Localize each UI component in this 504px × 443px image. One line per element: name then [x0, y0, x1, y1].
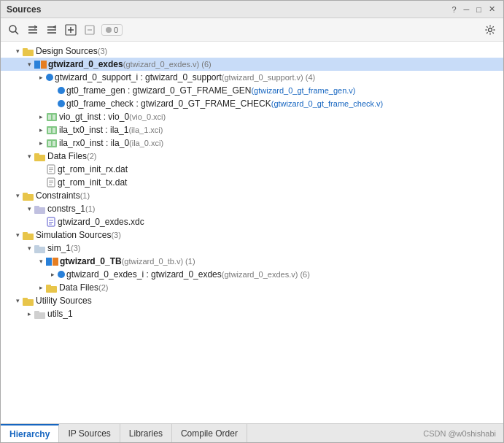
gtwizard-tb-expander[interactable]	[36, 256, 46, 266]
utility-sources-header[interactable]: Utility Sources	[1, 294, 503, 307]
data-files-sim-header[interactable]: Data Files (2)	[1, 281, 503, 294]
gear-button[interactable]	[483, 23, 497, 37]
minimize-button[interactable]: ─	[462, 4, 472, 15]
gt0-frame-gen-label: gt0_frame_gen : gtwizard_0_GT_FRAME_GEN	[66, 85, 251, 96]
gt-rom-init-rx-item[interactable]: gt_rom_init_rx.dat	[1, 163, 503, 176]
gt-rom-init-tx-item[interactable]: gt_rom_init_tx.dat	[1, 176, 503, 189]
constrs-1-expander[interactable]	[24, 204, 34, 214]
gtwizard-exdes-i-item[interactable]: gtwizard_0_exdes_i : gtwizard_0_exdes (g…	[1, 268, 503, 281]
ila-rx0-label: ila_rx0_inst : ila_0	[59, 138, 129, 148]
gtwizard-exdes-extra: (gtwizard_0_exdes.v) (6)	[123, 60, 212, 69]
folder-icon2	[34, 152, 46, 161]
gtwizard-tb-label: gtwizard_0_TB	[60, 256, 122, 266]
svg-rect-21	[53, 128, 55, 133]
utility-sources-expander[interactable]	[12, 296, 23, 306]
svg-rect-23	[48, 141, 51, 146]
blue-dot-icon4	[58, 271, 65, 278]
ip-block-icon2	[46, 126, 58, 135]
maximize-button[interactable]: □	[474, 4, 484, 15]
gt0-frame-check-item[interactable]: gt0_frame_check : gtwizard_0_GT_FRAME_CH…	[1, 97, 503, 110]
data-files-design-count: (2)	[87, 152, 96, 161]
design-sources-expander[interactable]	[12, 46, 23, 56]
gtwizard-exdes-item[interactable]: gtwizard_0_exdes (gtwizard_0_exdes.v) (6…	[1, 58, 503, 71]
data-files-design-expander[interactable]	[24, 151, 34, 161]
utility-sources-label: Utility Sources	[36, 296, 92, 306]
gtwizard-exdes-i-expander[interactable]	[47, 269, 58, 280]
vio-gt-inst-extra: (vio_0.xci)	[129, 112, 166, 121]
design-sources-label: Design Sources	[36, 46, 98, 56]
data-files-sim-count: (2)	[98, 283, 108, 292]
close-button[interactable]: ✕	[486, 4, 497, 15]
tab-ip-sources[interactable]: IP Sources	[59, 424, 120, 442]
tab-compile-order[interactable]: Compile Order	[172, 424, 247, 442]
ila-rx0-extra: (ila_0.xci)	[129, 139, 163, 147]
xdc-file-label: gtwizard_0_exdes.xdc	[58, 217, 144, 227]
gt-rom-init-rx-label: gt_rom_init_rx.dat	[58, 164, 128, 174]
folder-constraints-icon	[23, 191, 34, 201]
ila-tx0-label: ila_tx0_inst : ila_1	[59, 125, 128, 135]
badge-circle-icon	[106, 27, 112, 33]
data-files-sim-expander[interactable]	[36, 282, 46, 293]
title-bar: Sources ? ─ □ ✕	[1, 1, 503, 18]
svg-rect-46	[34, 245, 39, 248]
vio-gt-expander[interactable]	[36, 112, 46, 122]
constrs-1-header[interactable]: constrs_1 (1)	[1, 202, 503, 215]
tab-libraries[interactable]: Libraries	[120, 424, 172, 442]
search-button[interactable]	[7, 23, 21, 37]
ila-rx0-expander[interactable]	[36, 138, 46, 148]
simulation-sources-count: (3)	[111, 231, 120, 239]
data-files-design-label: Data Files	[47, 151, 87, 161]
simulation-sources-expander[interactable]	[12, 230, 23, 240]
constraints-expander[interactable]	[12, 190, 23, 201]
design-sources-header[interactable]: Design Sources (3)	[1, 45, 503, 58]
sim-1-expander[interactable]	[24, 243, 34, 253]
constrs-1-label: constrs_1	[47, 204, 85, 214]
vio-gt-inst-item[interactable]: vio_gt_inst : vio_0 (vio_0.xci)	[1, 110, 503, 123]
data-files-design-header[interactable]: Data Files (2)	[1, 150, 503, 163]
svg-point-13	[489, 28, 492, 31]
collapse-all-button[interactable]	[44, 23, 59, 37]
constraints-label: Constraints	[36, 190, 80, 201]
help-button[interactable]: ?	[449, 4, 458, 15]
gt0-frame-gen-item[interactable]: gt0_frame_gen : gtwizard_0_GT_FRAME_GEN …	[1, 84, 503, 97]
title-bar-buttons: ? ─ □ ✕	[449, 4, 497, 15]
blue-dot-icon2	[58, 87, 65, 94]
utils-1-item[interactable]: utils_1	[1, 307, 503, 320]
constraints-header[interactable]: Constraints (1)	[1, 189, 503, 202]
svg-rect-38	[34, 206, 39, 209]
ip-block-icon3	[46, 139, 58, 148]
svg-rect-20	[48, 128, 51, 133]
gtwizard-exdes-label: gtwizard_0_exdes	[48, 59, 123, 69]
xdc-file-item[interactable]: gtwizard_0_exdes.xdc	[1, 215, 503, 228]
svg-rect-31	[47, 178, 55, 187]
sim-1-header[interactable]: sim_1 (3)	[1, 242, 503, 255]
folder-icon	[23, 47, 34, 56]
gtwizard-exdes-expander[interactable]	[24, 59, 34, 69]
svg-rect-48	[46, 285, 51, 288]
folder-sim-icon	[23, 231, 34, 240]
gtwizard-support-expander[interactable]	[36, 72, 46, 82]
simulation-sources-header[interactable]: Simulation Sources (3)	[1, 228, 503, 242]
gtwizard-exdes-i-extra: (gtwizard_0_exdes.v) (6)	[222, 270, 310, 279]
gtwizard-support-label: gtwizard_0_support_i : gtwizard_0_suppor…	[55, 72, 222, 82]
sim-1-count: (3)	[71, 244, 80, 253]
tab-hierarchy[interactable]: Hierarchy	[1, 424, 59, 442]
svg-point-0	[9, 26, 16, 32]
svg-rect-17	[48, 115, 51, 120]
badge-number: 0	[114, 26, 118, 34]
folder-data-sim-icon	[46, 283, 58, 293]
utils-1-expander[interactable]	[24, 309, 34, 319]
ila-rx0-item[interactable]: ila_rx0_inst : ila_0 (ila_0.xci)	[1, 136, 503, 150]
gt0-frame-gen-extra: (gtwizard_0_gt_frame_gen.v)	[251, 86, 355, 95]
gtwizard-support-item[interactable]: gtwizard_0_support_i : gtwizard_0_suppor…	[1, 71, 503, 84]
refresh-button[interactable]	[82, 23, 97, 37]
add-button[interactable]	[63, 23, 78, 37]
svg-rect-36	[23, 193, 28, 196]
gtwizard-exdes-i-label: gtwizard_0_exdes_i : gtwizard_0_exdes	[66, 269, 222, 280]
gtwizard-tb-item[interactable]: gtwizard_0_TB (gtwizard_0_tb.v) (1)	[1, 255, 503, 268]
expand-all-button[interactable]	[26, 23, 40, 37]
dat-file-icon	[46, 164, 56, 174]
ila-tx0-item[interactable]: ila_tx0_inst : ila_1 (ila_1.xci)	[1, 123, 503, 136]
blue-dot-icon3	[58, 100, 65, 107]
ila-tx0-expander[interactable]	[36, 125, 46, 135]
